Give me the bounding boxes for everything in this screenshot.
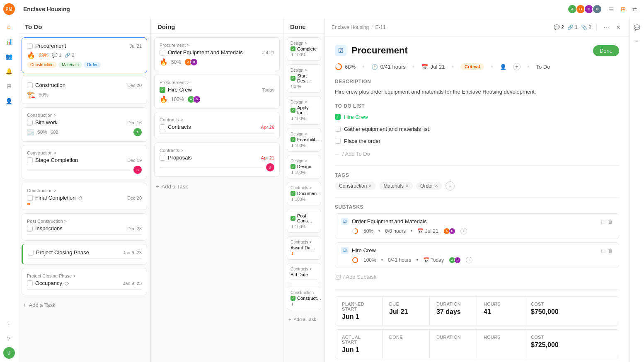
description-text[interactable]: Hire crew plus order equipment and mater… (335, 88, 619, 97)
task-card-procurement[interactable]: Procurement Jul 21 🔥 68% 💬 1 🔗 2 Constru… (22, 37, 147, 73)
subtask-delete-1[interactable]: 🗑 (608, 219, 613, 224)
checkbox-construction[interactable] (27, 82, 33, 88)
tag-construction[interactable]: Construction (27, 62, 57, 68)
done-card-award[interactable]: Contracts > Award Da… ⬇ (287, 236, 321, 260)
task-card-occupancy[interactable]: Project Closing Phase > Occupancy ◇ Jan … (22, 268, 147, 295)
task-card-order-equip[interactable]: Procurement > Order Equipment and Materi… (154, 37, 280, 71)
done-card-doc[interactable]: Contracts > ✓ Documen… ⬇ 100% (287, 182, 321, 205)
task-card-inspections[interactable]: Post Construction > Inspections Dec 28 (22, 213, 147, 241)
doing-add-task[interactable]: + Add a Task (154, 180, 280, 193)
add-subtask-btn[interactable]: ☑ / Add Subtask (335, 271, 619, 282)
todo-item-2[interactable]: Gather equipment and materials list. (335, 124, 619, 134)
checkbox-hire-crew[interactable]: ✓ (160, 87, 165, 93)
todo-item-1[interactable]: ✓ Hire Crew (335, 112, 619, 122)
sidebar-icon-home[interactable]: ⌂ (2, 20, 16, 33)
occupancy-bar (27, 289, 142, 290)
remove-tag-materials[interactable]: ✕ (405, 183, 409, 188)
done-card-start[interactable]: Design > ✓ Start Des… 100% (287, 64, 321, 93)
todo-add-task[interactable]: + Add a Task (22, 299, 147, 311)
done-card-apply[interactable]: Design > ✓ Apply for… ⬇ 100% (287, 96, 321, 125)
link-badge[interactable]: 🔗 1 (567, 24, 578, 30)
subtask-link-1[interactable]: ⬚ (601, 219, 605, 224)
app-logo[interactable]: PM (3, 3, 15, 15)
close-detail-icon[interactable]: ✕ (614, 22, 622, 32)
task-card-stage-completion[interactable]: Construction > Stage Completion Dec 19 S (22, 145, 147, 179)
task-card-project-closing[interactable]: Project Closing Phase Jan 9, 23 (22, 244, 147, 265)
detail-tag-construction[interactable]: Construction ✕ (335, 182, 376, 190)
add-todo-btn[interactable]: — / Add To Do (335, 149, 619, 159)
tag-order[interactable]: Order (84, 62, 101, 68)
subtask-delete-2[interactable]: 🗑 (608, 248, 613, 253)
status-meta[interactable]: To Do (536, 64, 550, 70)
attach-badge[interactable]: 📎 2 (581, 24, 591, 30)
done-card-post[interactable]: ✓ Post Cons… ⬆ 100% (287, 209, 321, 233)
done-card-feasibility[interactable]: Design > ✓ Feasibilit… ⬇ 100% (287, 128, 321, 152)
add-tag-button[interactable]: + (445, 181, 455, 191)
checkbox-order-equip[interactable] (160, 50, 165, 56)
detail-tag-order[interactable]: Order ✕ (416, 182, 442, 190)
sidebar-icon-plus[interactable]: + (2, 317, 16, 331)
remove-tag-construction[interactable]: ✕ (368, 183, 372, 188)
done-card-bid[interactable]: Contracts > Bid Date (287, 263, 321, 283)
subtask-order-equip[interactable]: ☑ Order Equipment and Materials ⬚ 🗑 50% (335, 213, 619, 239)
right-icon-2[interactable]: ≡ (631, 35, 643, 46)
tag-materials[interactable]: Materials (58, 62, 82, 68)
more-icon[interactable]: ⋯ (602, 22, 611, 32)
add-meta[interactable]: + (513, 63, 521, 70)
detail-status-button[interactable]: Done (593, 45, 619, 56)
subtask-link-2[interactable]: ⬚ (601, 248, 605, 253)
done-body: Design > ✓ Complete ⬆ 100% Design > ✓ St… (283, 34, 324, 328)
todo-check-1[interactable]: ✓ (335, 114, 341, 120)
done-check-2: ✓ (291, 76, 295, 81)
checkbox-procurement[interactable] (27, 43, 33, 49)
task-meta-procurement: 🔥 68% 💬 1 🔗 2 (27, 51, 142, 59)
checkbox-stage[interactable] (27, 157, 33, 163)
checkbox-site-work[interactable] (27, 120, 33, 125)
done-card-construction[interactable]: Construction ✓ Construct… ⬇ (287, 287, 321, 310)
remove-tag-order[interactable]: ✕ (435, 183, 438, 188)
done-check-3: ✓ (291, 108, 295, 113)
menu-icon[interactable]: ☰ (607, 4, 616, 14)
sidebar-icon-chart[interactable]: 📊 (2, 35, 16, 48)
todo-check-2[interactable] (335, 126, 341, 132)
planned-start-cell: PLANNED START Jun 1 (335, 297, 383, 326)
done-card-design[interactable]: Design > ✓ Design ⬇ 100% (287, 155, 321, 179)
sidebar-icon-users[interactable]: 👥 (2, 50, 16, 63)
done-card-complete[interactable]: Design > ✓ Complete ⬆ 100% (287, 37, 321, 61)
task-card-hire-crew[interactable]: Procurement > ✓ Hire Crew Today 🔥 100% A… (154, 75, 280, 109)
sidebar-icon-help[interactable]: ? (2, 332, 16, 345)
task-card-final-completion[interactable]: Construction > Final Completion ◇ Dec 20 (22, 183, 147, 210)
subtask-hire-crew[interactable]: ☑ Hire Crew ⬚ 🗑 100% • (335, 242, 619, 268)
checkbox-project-closing[interactable] (28, 250, 34, 256)
checkbox-inspections[interactable] (27, 226, 33, 232)
todo-check-3[interactable] (335, 138, 341, 144)
filter-icon[interactable]: ⇄ (631, 4, 639, 14)
sidebar-icon-layers[interactable]: ⊞ (2, 80, 16, 93)
add-assignee-2[interactable]: + (466, 257, 472, 263)
subtask-icon-1: ☑ (341, 218, 349, 225)
task-card-proposals[interactable]: Contracts > Proposals Apr 21 S (154, 142, 280, 177)
checkbox-occupancy[interactable] (27, 280, 33, 286)
checkbox-proposals[interactable] (160, 155, 165, 161)
sidebar-icon-avatar[interactable]: U (3, 347, 15, 359)
assign-meta[interactable]: 👤 (500, 64, 506, 70)
grid-icon[interactable]: ⊞ (619, 4, 627, 14)
right-icon-1[interactable]: 💬 (631, 22, 643, 33)
task-card-construction[interactable]: Construction Dec 20 🏗️ 60% (22, 77, 147, 104)
task-card-site-work[interactable]: Construction > Site work Dec 16 🌫️ 60% 6… (22, 107, 147, 142)
checkbox-contracts[interactable] (160, 124, 165, 130)
task-card-contracts[interactable]: Contracts > Contracts Apr 26 (154, 112, 280, 139)
detail-title[interactable]: Procurement (351, 45, 588, 56)
add-assignee-1[interactable]: + (460, 228, 467, 234)
checkbox-final[interactable] (27, 195, 33, 201)
sub-avatar-4: B (454, 257, 461, 263)
dot-sep-2: • (411, 228, 412, 234)
detail-tag-materials[interactable]: Materials ✕ (379, 182, 413, 190)
todo-item-3[interactable]: Place the order (335, 136, 619, 146)
sidebar-icon-person[interactable]: 👤 (2, 94, 16, 108)
done-add-task[interactable]: + Add a Task (287, 314, 321, 325)
todo-list-label: TO DO LIST (335, 103, 619, 109)
comment-badge[interactable]: 💬 2 (554, 24, 564, 30)
topbar-icons: ☰ ⊞ ⇄ (607, 4, 639, 14)
sidebar-icon-bell[interactable]: 🔔 (2, 65, 16, 78)
